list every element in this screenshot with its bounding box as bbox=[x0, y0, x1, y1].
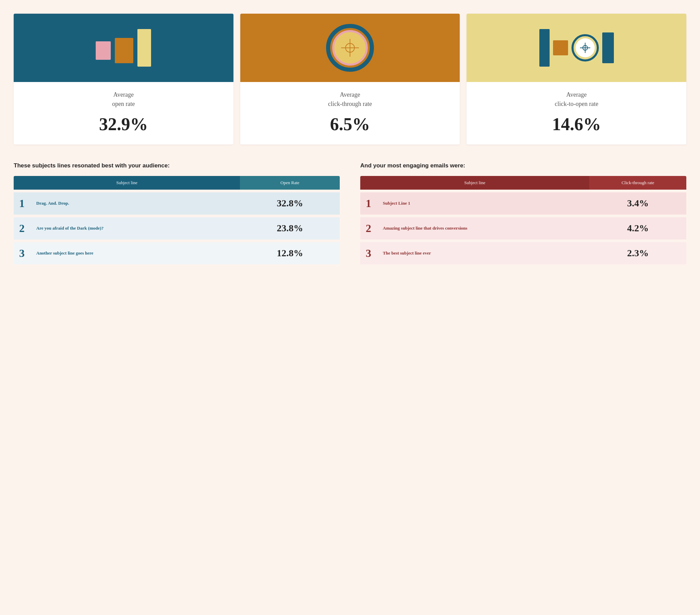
red-subject-header: Subject line bbox=[360, 176, 589, 190]
red-rate-header: Click-through rate bbox=[589, 176, 686, 190]
click-through-value: 6.5% bbox=[247, 114, 453, 134]
rate-2-teal: 23.8% bbox=[240, 217, 340, 239]
click-to-open-illustration bbox=[466, 14, 686, 82]
spacer-row bbox=[360, 215, 686, 217]
yellow-crosshair-icon bbox=[579, 42, 591, 54]
click-through-rate-card: Averageclick-through rate 6.5% bbox=[240, 14, 460, 145]
pink-bar-shape bbox=[96, 41, 111, 60]
spacer-row bbox=[360, 190, 686, 192]
teal-table-header: Subject line Open Rate bbox=[14, 176, 340, 190]
crosshair-icon bbox=[340, 38, 360, 58]
subject-3-red: The best subject line ever bbox=[377, 242, 589, 264]
best-subject-lines-section: These subjects lines resonated best with… bbox=[14, 162, 340, 264]
most-engaging-table: Subject line Click-through rate 1 Subjec… bbox=[360, 176, 686, 264]
click-through-illustration bbox=[240, 14, 460, 82]
table-row: 3 The best subject line ever 2.3% bbox=[360, 242, 686, 264]
rate-3-red: 2.3% bbox=[589, 242, 686, 264]
yellow-bar-shape bbox=[137, 29, 151, 67]
subject-2-red: Amazing subject line that drives convers… bbox=[377, 217, 589, 239]
click-to-open-label: Averageclick-to-open rate bbox=[473, 90, 679, 109]
open-rate-illustration bbox=[14, 14, 234, 82]
most-engaging-section: And your most engaging emails were: Subj… bbox=[360, 162, 686, 264]
rank-2-teal: 2 bbox=[14, 217, 31, 239]
yellow-outer-ring bbox=[572, 34, 599, 62]
rate-3-teal: 12.8% bbox=[240, 242, 340, 264]
table-row: 2 Are you afraid of the Dark (mode)? 23.… bbox=[14, 217, 340, 239]
most-engaging-title: And your most engaging emails were: bbox=[360, 162, 686, 170]
best-subject-lines-title: These subjects lines resonated best with… bbox=[14, 162, 340, 170]
outer-ring bbox=[326, 24, 374, 72]
yellow-orange-square bbox=[553, 40, 568, 55]
rate-2-red: 4.2% bbox=[589, 217, 686, 239]
click-to-open-card-body: Averageclick-to-open rate 14.6% bbox=[466, 82, 686, 145]
rank-1-teal: 1 bbox=[14, 192, 31, 215]
table-row: 1 Drag. And. Drop. 32.8% bbox=[14, 192, 340, 215]
rate-1-red: 3.4% bbox=[589, 192, 686, 215]
yellow-shapes-illustration bbox=[533, 22, 621, 74]
teal-bar-chart-illustration bbox=[89, 22, 158, 74]
orange-target-illustration bbox=[240, 14, 460, 82]
teal-subject-header: Subject line bbox=[14, 176, 240, 190]
rank-2-red: 2 bbox=[360, 217, 377, 239]
yellow-target-circle bbox=[572, 34, 599, 62]
click-to-open-rate-card: Averageclick-to-open rate 14.6% bbox=[466, 14, 686, 145]
spacer-row bbox=[14, 190, 340, 192]
spacer-row bbox=[360, 239, 686, 242]
rate-1-teal: 32.8% bbox=[240, 192, 340, 215]
table-row: 2 Amazing subject line that drives conve… bbox=[360, 217, 686, 239]
spacer-row bbox=[14, 239, 340, 242]
subject-1-red: Subject Line 1 bbox=[377, 192, 589, 215]
open-rate-label: Averageopen rate bbox=[21, 90, 227, 109]
yellow-crosshair-center bbox=[583, 45, 588, 51]
open-rate-value: 32.9% bbox=[21, 114, 227, 134]
spacer-row bbox=[14, 215, 340, 217]
open-rate-card-body: Averageopen rate 32.9% bbox=[14, 82, 234, 145]
bottom-section: These subjects lines resonated best with… bbox=[14, 162, 686, 264]
inner-ring bbox=[332, 30, 368, 66]
stat-cards-row: Averageopen rate 32.9% Averageclick-thro… bbox=[14, 14, 686, 145]
table-row: 1 Subject Line 1 3.4% bbox=[360, 192, 686, 215]
click-through-card-body: Averageclick-through rate 6.5% bbox=[240, 82, 460, 145]
open-rate-card: Averageopen rate 32.9% bbox=[14, 14, 234, 145]
click-through-label: Averageclick-through rate bbox=[247, 90, 453, 109]
yellow-left-bar bbox=[539, 29, 550, 67]
rank-3-teal: 3 bbox=[14, 242, 31, 264]
table-row: 3 Another subject line goes here 12.8% bbox=[14, 242, 340, 264]
subject-3-teal: Another subject line goes here bbox=[31, 242, 240, 264]
yellow-right-bar bbox=[602, 33, 614, 63]
subject-1-teal: Drag. And. Drop. bbox=[31, 192, 240, 215]
rank-1-red: 1 bbox=[360, 192, 377, 215]
teal-rate-header: Open Rate bbox=[240, 176, 340, 190]
red-table-header: Subject line Click-through rate bbox=[360, 176, 686, 190]
subject-2-teal: Are you afraid of the Dark (mode)? bbox=[31, 217, 240, 239]
yellow-inner-ring bbox=[576, 38, 595, 58]
orange-bar-shape bbox=[115, 38, 133, 63]
rank-3-red: 3 bbox=[360, 242, 377, 264]
click-to-open-value: 14.6% bbox=[473, 114, 679, 134]
crosshair-center-circle bbox=[345, 43, 355, 53]
best-subject-lines-table: Subject line Open Rate 1 Drag. And. Drop… bbox=[14, 176, 340, 264]
